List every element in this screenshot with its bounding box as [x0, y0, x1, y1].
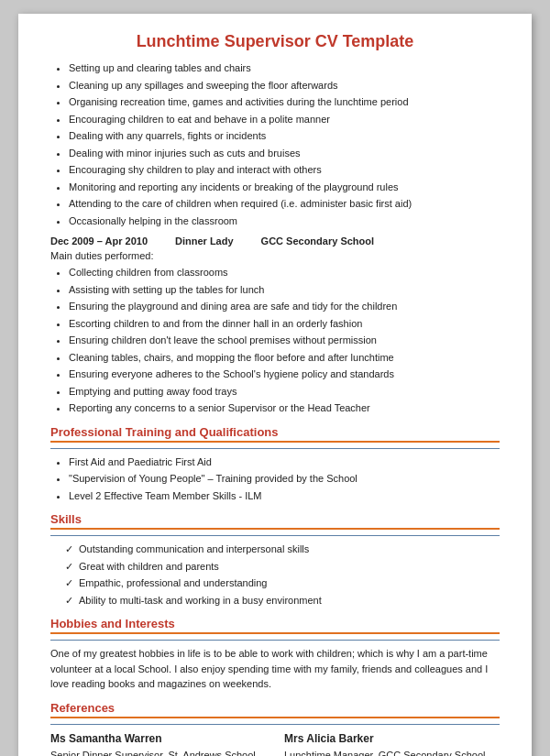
list-item: First Aid and Paediatric First Aid [69, 455, 500, 470]
hobbies-blue-line [50, 640, 500, 641]
ref1-name: Ms Samantha Warren [50, 730, 266, 748]
skills-list: Outstanding communication and interperso… [65, 542, 500, 608]
training-blue-line [50, 448, 500, 449]
cv-page: Lunchtime Supervisor CV Template Setting… [18, 14, 532, 756]
hobbies-paragraph: One of my greatest hobbies in life is to… [50, 646, 500, 692]
hobbies-heading: Hobbies and Interests [50, 617, 500, 630]
list-item: Occasionally helping in the classroom [69, 214, 500, 229]
training-orange-line [50, 441, 500, 443]
list-item: Cleaning up any spillages and sweeping t… [69, 78, 500, 93]
list-item: Great with children and parents [65, 559, 500, 575]
references-blue-line [50, 724, 500, 725]
list-item: Ensuring children don't leave the school… [69, 333, 500, 348]
list-item: Dealing with any quarrels, fights or inc… [69, 128, 500, 144]
job1-duties-list: Collecting children from classroomsAssis… [69, 265, 500, 416]
skills-heading: Skills [50, 512, 500, 526]
list-item: Ability to multi-task and working in a b… [65, 593, 500, 608]
ref1-block: Ms Samantha Warren Senior Dinner Supervi… [50, 730, 266, 757]
ref1-job-title: Senior Dinner Supervisor, St. Andrews Sc… [50, 748, 266, 756]
references-heading: References [50, 701, 500, 715]
ref2-name: Mrs Alicia Barker [284, 730, 500, 748]
training-list: First Aid and Paediatric First Aid"Super… [69, 455, 500, 504]
job1-date: Dec 2009 – Apr 2010 [50, 236, 148, 247]
main-duties-label: Main duties performed: [50, 250, 500, 261]
list-item: Organising recreation time, games and ac… [69, 94, 500, 110]
ref2-block: Mrs Alicia Barker Lunchtime Manager, GCC… [284, 730, 500, 757]
list-item: Outstanding communication and interperso… [65, 542, 500, 557]
ref2-job-title: Lunchtime Manager, GCC Secondary School [284, 748, 500, 756]
initial-duties-list: Setting up and clearing tables and chair… [69, 60, 500, 228]
skills-blue-line [50, 535, 500, 536]
list-item: Level 2 Effective Team Member Skills - I… [69, 488, 500, 504]
hobbies-orange-line [50, 632, 500, 634]
list-item: Ensuring everyone adheres to the School'… [69, 367, 500, 382]
list-item: Emptying and putting away food trays [69, 384, 500, 400]
skills-orange-line [50, 528, 500, 530]
references-section: Ms Samantha Warren Senior Dinner Supervi… [50, 730, 500, 757]
list-item: Collecting children from classrooms [69, 265, 500, 280]
references-orange-line [50, 717, 500, 718]
page-title: Lunchtime Supervisor CV Template [50, 32, 500, 51]
job1-header: Dec 2009 – Apr 2010 Dinner Lady GCC Seco… [50, 236, 500, 247]
list-item: Encouraging children to eat and behave i… [69, 112, 500, 127]
list-item: "Supervision of Young People" – Training… [69, 471, 500, 487]
list-item: Ensuring the playground and dining area … [69, 299, 500, 314]
list-item: Dealing with minor injuries such as cuts… [69, 146, 500, 161]
list-item: Encouraging shy children to play and int… [69, 162, 500, 178]
job1-company: GCC Secondary School [261, 236, 374, 247]
job1-title: Dinner Lady [175, 236, 234, 247]
list-item: Cleaning tables, chairs, and mopping the… [69, 350, 500, 366]
list-item: Setting up and clearing tables and chair… [69, 60, 500, 76]
list-item: Reporting any concerns to a senior Super… [69, 400, 500, 416]
list-item: Assisting with setting up the tables for… [69, 282, 500, 298]
list-item: Empathic, professional and understanding [65, 575, 500, 591]
list-item: Monitoring and reporting any incidents o… [69, 180, 500, 195]
list-item: Escorting children to and from the dinne… [69, 316, 500, 332]
training-heading: Professional Training and Qualifications [50, 425, 500, 439]
list-item: Attending to the care of children when r… [69, 196, 500, 212]
